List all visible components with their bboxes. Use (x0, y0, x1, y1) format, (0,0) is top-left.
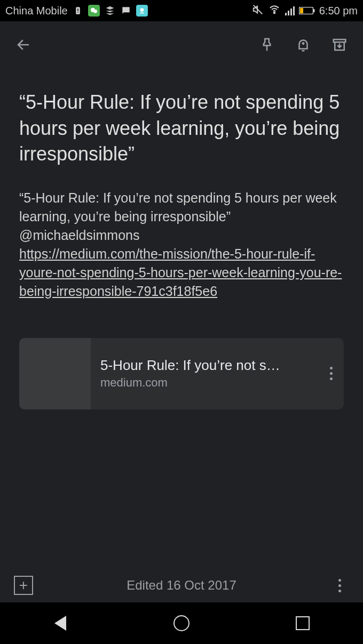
status-bar: China Mobile 6:50 pm (0, 0, 363, 21)
svg-rect-2 (77, 12, 78, 13)
archive-button[interactable] (329, 34, 350, 55)
back-button[interactable] (13, 34, 34, 55)
pin-button[interactable] (256, 34, 278, 55)
bottom-toolbar: + Edited 16 Oct 2017 (0, 568, 363, 602)
sim-alert-icon (72, 5, 84, 17)
carrier-label: China Mobile (5, 5, 68, 17)
battery-low-icon (299, 7, 315, 14)
nav-recent-button[interactable] (281, 613, 324, 634)
link-text: 5-Hour Rule: If you’re not s… medium.com (91, 357, 318, 390)
svg-point-4 (93, 10, 97, 13)
nav-back-button[interactable] (39, 613, 82, 634)
wifi-icon (268, 3, 281, 19)
svg-rect-9 (313, 9, 315, 12)
more-options-button[interactable] (329, 575, 350, 596)
triangle-back-icon (54, 616, 66, 631)
signal-icon (285, 6, 295, 15)
note-app: “5-Hour Rule: If you’re not spending 5 h… (0, 21, 363, 602)
note-link[interactable]: https://medium.com/the-mission/the-5-hou… (19, 246, 342, 299)
circle-home-icon (173, 615, 190, 631)
note-body-text: “5-Hour Rule: If you’re not spending 5 h… (19, 190, 337, 243)
edited-label: Edited 16 Oct 2017 (34, 578, 329, 593)
square-recent-icon (296, 616, 310, 630)
vertical-dots-icon (330, 367, 333, 380)
svg-point-7 (274, 12, 275, 13)
link-card-domain: medium.com (100, 376, 309, 390)
link-card-menu-button[interactable] (318, 367, 344, 380)
svg-point-5 (140, 8, 144, 12)
add-content-button[interactable]: + (13, 575, 34, 596)
svg-rect-10 (300, 8, 303, 13)
reminder-button[interactable] (293, 34, 314, 55)
clock-label: 6:50 pm (319, 5, 358, 17)
link-preview-card[interactable]: 5-Hour Rule: If you’re not s… medium.com (19, 338, 344, 409)
nav-home-button[interactable] (160, 613, 203, 634)
vertical-dots-icon (338, 579, 341, 592)
system-nav-bar (0, 602, 363, 644)
link-thumbnail (19, 338, 91, 409)
note-body[interactable]: “5-Hour Rule: If you’re not spending 5 h… (19, 189, 344, 301)
stack-icon (104, 5, 116, 17)
svg-rect-15 (334, 39, 346, 42)
wechat-icon (88, 5, 100, 17)
note-content[interactable]: “5-Hour Rule: If you’re not spending 5 h… (0, 68, 363, 568)
app-icon (136, 5, 148, 17)
chat-icon (120, 5, 132, 17)
mute-icon (252, 4, 264, 18)
note-title[interactable]: “5-Hour Rule: If you’re not spending 5 h… (19, 90, 344, 167)
app-bar (0, 21, 363, 68)
svg-rect-1 (77, 9, 78, 11)
plus-box-icon: + (14, 576, 33, 595)
link-card-title: 5-Hour Rule: If you’re not s… (100, 357, 309, 374)
